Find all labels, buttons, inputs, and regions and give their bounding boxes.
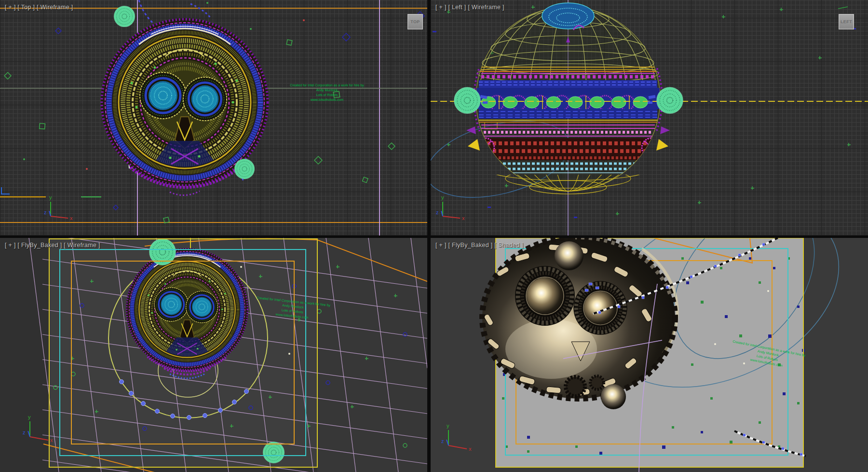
outside-frame-right <box>317 238 427 472</box>
svg-text:y: y <box>441 194 444 200</box>
svg-text:z: z <box>44 209 47 215</box>
machine-sphere-camera-view[interactable] <box>126 248 248 371</box>
axis-triad: y x z <box>436 194 465 221</box>
svg-text:x: x <box>70 215 73 221</box>
machine-sphere-side-view[interactable] <box>466 3 670 194</box>
viewport-flyby-wireframe-label[interactable]: [ + ] [ FlyBy_Baked ] [ Wireframe ] <box>5 242 100 249</box>
viewcube-left[interactable]: LEFT <box>839 14 854 29</box>
viewport-top-label[interactable]: [ + ] [ Top ] [ Wireframe ] <box>5 4 73 11</box>
viewport-left-canvas[interactable]: y x z <box>431 0 868 236</box>
svg-text:y: y <box>447 423 449 429</box>
equator-machinery-bands <box>475 67 661 173</box>
viewport-top-canvas[interactable]: y x z <box>0 0 427 236</box>
viewport-flyby-shaded-label[interactable]: [ + ] [ FlyBy_Baked ] [ Shaded ] <box>435 242 523 249</box>
viewport-flyby-shaded[interactable]: [ + ] [ FlyBy_Baked ] [ Shaded ] <box>431 238 868 472</box>
svg-text:y: y <box>49 194 52 200</box>
svg-text:y: y <box>28 414 31 420</box>
svg-text:z: z <box>23 430 26 435</box>
green-particle-sphere[interactable] <box>114 6 135 27</box>
axis-triad: y x z <box>44 194 73 221</box>
shiny-satellite-sphere[interactable] <box>555 241 583 270</box>
viewport-flyby-wireframe[interactable]: [ + ] [ FlyBy_Baked ] [ Wireframe ] <box>0 238 427 472</box>
viewport-left[interactable]: [ + ] [ Left ] [ Wireframe ] LEFT <box>431 0 868 236</box>
green-particle-sphere[interactable] <box>263 442 284 463</box>
watermark-text: Created for Intel Corporation as a work … <box>285 83 368 102</box>
svg-text:x: x <box>462 215 465 221</box>
shiny-satellite-sphere[interactable] <box>601 384 626 409</box>
svg-text:z: z <box>441 438 444 444</box>
svg-text:x: x <box>469 446 472 452</box>
viewport-left-label[interactable]: [ + ] [ Left ] [ Wireframe ] <box>435 4 504 11</box>
apex-dome <box>542 3 594 29</box>
green-particle-sphere[interactable] <box>234 159 254 179</box>
viewcube-top[interactable]: TOP <box>407 14 423 29</box>
eye-socket-left <box>515 266 575 326</box>
svg-text:z: z <box>436 209 439 215</box>
green-particle-sphere[interactable] <box>454 87 480 113</box>
axis-triad: y x z <box>23 414 53 443</box>
svg-text:x: x <box>50 437 53 443</box>
viewport-flyby-wireframe-canvas[interactable]: y x z <box>0 238 427 472</box>
green-particle-sphere[interactable] <box>657 87 683 113</box>
axis-triad: y x z <box>441 423 472 452</box>
viewport-top[interactable]: [ + ] [ Top ] [ Wireframe ] TOP <box>0 0 427 236</box>
